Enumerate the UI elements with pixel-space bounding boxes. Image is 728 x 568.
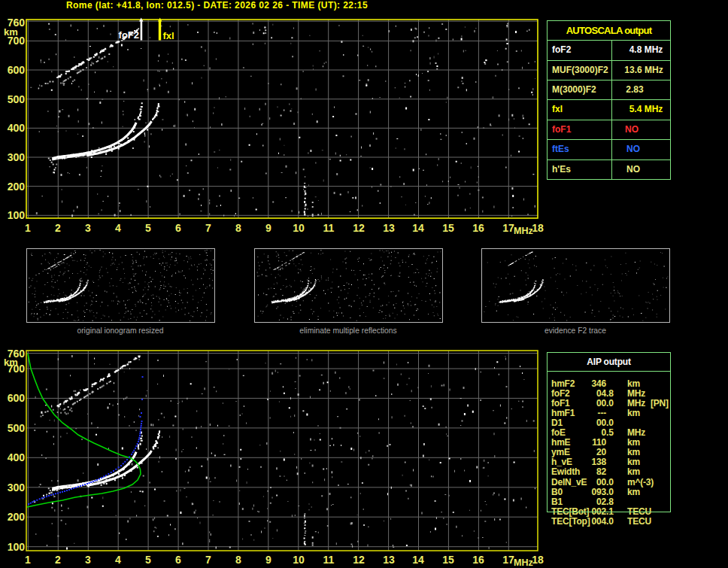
svg-text:600: 600 bbox=[8, 64, 26, 76]
svg-text:18: 18 bbox=[532, 222, 544, 234]
svg-text:MHz: MHz bbox=[514, 226, 533, 236]
svg-text:500: 500 bbox=[8, 93, 26, 105]
svg-text:16: 16 bbox=[472, 554, 484, 566]
svg-text:10: 10 bbox=[293, 222, 305, 234]
svg-text:300: 300 bbox=[8, 481, 26, 494]
svg-text:11: 11 bbox=[323, 222, 335, 234]
svg-text:12: 12 bbox=[353, 222, 365, 234]
svg-text:foF2: foF2 bbox=[119, 29, 139, 41]
svg-text:17: 17 bbox=[502, 222, 514, 234]
svg-text:9: 9 bbox=[265, 554, 271, 566]
svg-text:12: 12 bbox=[353, 554, 365, 566]
svg-text:14: 14 bbox=[412, 222, 424, 234]
svg-text:8: 8 bbox=[235, 222, 241, 234]
svg-text:18: 18 bbox=[532, 554, 544, 566]
svg-text:6: 6 bbox=[175, 554, 181, 566]
svg-text:2: 2 bbox=[55, 222, 61, 234]
svg-text:17: 17 bbox=[502, 554, 514, 566]
svg-text:fxl: fxl bbox=[163, 30, 174, 41]
svg-text:5: 5 bbox=[145, 222, 151, 234]
svg-text:6: 6 bbox=[175, 222, 181, 234]
svg-text:3: 3 bbox=[85, 554, 91, 566]
svg-text:13: 13 bbox=[383, 554, 395, 566]
svg-text:16: 16 bbox=[472, 222, 484, 234]
svg-text:1: 1 bbox=[25, 222, 31, 234]
svg-text:5: 5 bbox=[145, 554, 151, 566]
svg-text:500: 500 bbox=[8, 422, 26, 434]
svg-text:700: 700 bbox=[8, 363, 26, 375]
svg-text:3: 3 bbox=[85, 222, 91, 234]
svg-text:15: 15 bbox=[442, 554, 454, 566]
svg-text:600: 600 bbox=[8, 392, 26, 404]
svg-text:11: 11 bbox=[323, 554, 335, 566]
svg-text:7: 7 bbox=[205, 222, 211, 234]
svg-text:MHz: MHz bbox=[514, 557, 533, 568]
svg-text:4: 4 bbox=[115, 222, 121, 234]
svg-text:400: 400 bbox=[8, 122, 26, 134]
svg-text:400: 400 bbox=[8, 451, 26, 463]
svg-text:2: 2 bbox=[55, 554, 61, 566]
svg-text:15: 15 bbox=[442, 222, 454, 234]
svg-text:300: 300 bbox=[8, 151, 26, 163]
svg-text:14: 14 bbox=[412, 554, 424, 566]
svg-text:8: 8 bbox=[235, 554, 241, 566]
svg-text:200: 200 bbox=[8, 511, 26, 523]
svg-text:1: 1 bbox=[25, 554, 31, 566]
svg-text:13: 13 bbox=[383, 222, 395, 234]
svg-text:200: 200 bbox=[8, 181, 26, 193]
svg-text:7: 7 bbox=[205, 554, 211, 566]
svg-text:700: 700 bbox=[8, 35, 26, 47]
svg-text:100: 100 bbox=[8, 209, 26, 221]
svg-text:9: 9 bbox=[265, 222, 271, 234]
svg-text:4: 4 bbox=[115, 554, 121, 566]
svg-text:100: 100 bbox=[8, 541, 26, 553]
svg-text:10: 10 bbox=[293, 554, 305, 566]
